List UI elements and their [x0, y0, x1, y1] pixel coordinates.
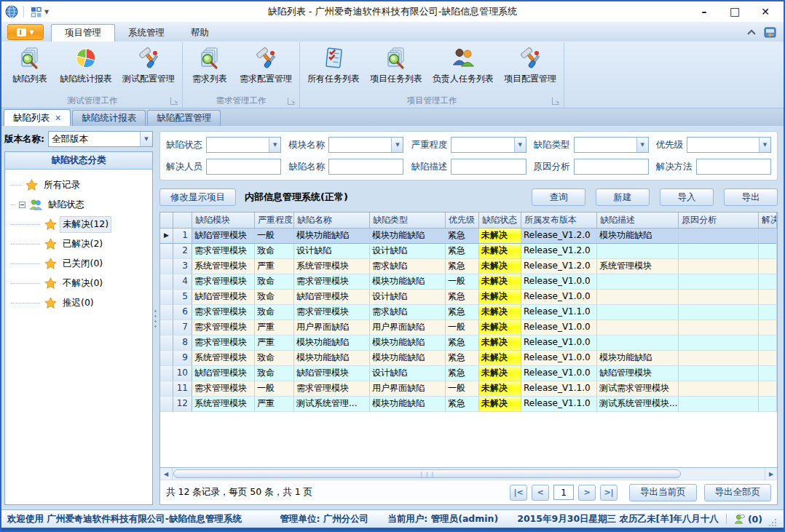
filter-label: 缺陷名称 [288, 161, 325, 173]
collapse-ribbon-icon[interactable] [746, 29, 757, 36]
document-tab-1[interactable]: 缺陷列表✕ [4, 109, 71, 126]
tree-item[interactable]: 已解决(2) [5, 234, 152, 254]
ribbon-button[interactable]: 负责人任务列表 [427, 44, 499, 85]
grid-column-header[interactable]: 解决方法 [759, 213, 777, 229]
action-button-2[interactable]: 新建 [596, 188, 650, 206]
doc-search-icon [197, 46, 222, 71]
table-row[interactable]: 5缺陷管理模块致命缺陷管理模块设计缺陷紧急未解决Release_V1.0.0 [160, 290, 777, 305]
ribbon-button[interactable]: 缺陷统计报表 [55, 44, 117, 85]
filter-dropdown[interactable]: ▼ [451, 137, 526, 153]
ribbon-button[interactable]: 需求列表 [185, 44, 234, 85]
chevron-down-icon[interactable]: ▼ [269, 138, 280, 152]
scroll-left-icon[interactable]: ◀ [160, 468, 173, 480]
table-row[interactable]: 12系统管理模块严重测试系统管理...模块功能缺陷紧急未解决Release_V1… [160, 397, 777, 412]
scrollbar-track[interactable]: ❘❘❘ [173, 468, 765, 480]
collapse-node-icon[interactable] [19, 202, 25, 208]
filter-row2-3: 缺陷描述 [411, 159, 526, 175]
ribbon-tab-1[interactable]: 项目管理 [51, 24, 115, 41]
ribbon-tab-2[interactable]: 系统管理 [115, 24, 178, 41]
row-number: 11 [173, 381, 192, 397]
scroll-right-icon[interactable]: ▶ [765, 468, 777, 480]
ribbon-button[interactable]: 需求配置管理 [234, 44, 297, 85]
grid-column-header[interactable]: 缺陷状态 [479, 213, 521, 229]
action-button-4[interactable]: 导出 [724, 188, 778, 206]
ribbon-tab-3[interactable]: 帮助 [178, 24, 222, 41]
tree-item[interactable]: 不解决(0) [5, 274, 152, 293]
dialog-launcher-icon[interactable] [552, 98, 559, 105]
help-icon[interactable] [764, 26, 776, 39]
table-row[interactable]: 4需求管理模块致命需求管理模块模块功能缺陷一般未解决Release_V1.0.0 [160, 274, 777, 290]
filter-text-input[interactable] [328, 159, 403, 175]
grid-column-header[interactable]: 优先级 [446, 213, 479, 229]
grid-cell: 一般 [446, 381, 479, 397]
table-row[interactable]: 6需求管理模块致命需求管理模块需求缺陷紧急未解决Release_V1.1.0 [160, 305, 777, 320]
maximize-button[interactable] [719, 3, 750, 20]
minimize-button[interactable] [689, 3, 719, 20]
filter-dropdown[interactable]: ▼ [574, 137, 649, 153]
action-button-1[interactable]: 查询 [532, 188, 585, 206]
dialog-launcher-icon[interactable] [288, 98, 295, 105]
table-row[interactable]: 9系统管理模块致命模块功能缺陷模块功能缺陷紧急未解决Release_V1.0.0… [160, 351, 777, 366]
grid-column-header[interactable]: 缺陷模块 [192, 213, 255, 229]
ribbon-button[interactable]: 所有任务列表 [302, 44, 365, 85]
scrollbar-thumb[interactable]: ❘❘❘ [173, 469, 681, 478]
table-row[interactable]: ▶1缺陷管理模块一般模块功能缺陷模块功能缺陷紧急未解决Release_V1.2.… [160, 229, 777, 244]
tree-item[interactable]: 推迟(0) [5, 293, 152, 313]
table-row[interactable]: 11需求管理模块一般需求管理模块用户界面缺陷一般未解决Release_V1.1.… [160, 381, 777, 397]
chevron-down-icon[interactable]: ▼ [759, 138, 770, 152]
table-row[interactable]: 7需求管理模块严重用户界面缺陷用户界面缺陷一般未解决Release_V1.0.0 [160, 320, 777, 336]
filter-text-input[interactable] [574, 159, 649, 175]
tree-item[interactable]: 未解决(12) [5, 215, 152, 234]
grid-column-header[interactable]: 所属发布版本 [521, 213, 597, 229]
resize-grip-icon[interactable] [768, 518, 778, 528]
table-row[interactable]: 8需求管理模块严重模块功能缺陷模块功能缺陷紧急未解决Release_V1.0.0 [160, 336, 777, 351]
grid-column-header[interactable]: 缺陷类型 [370, 213, 446, 229]
export-all-pages-button[interactable]: 导出全部页 [704, 484, 772, 501]
close-tab-icon[interactable]: ✕ [55, 114, 61, 123]
close-button[interactable] [750, 3, 781, 20]
filter-dropdown[interactable]: ▼ [687, 137, 771, 153]
ribbon-button[interactable]: 项目配置管理 [499, 44, 561, 85]
ribbon-button[interactable]: 项目任务列表 [365, 44, 427, 85]
messages-indicator[interactable]: (0) [734, 514, 762, 525]
grid-column-header[interactable]: 缺陷名称 [294, 213, 370, 229]
dialog-launcher-icon[interactable] [170, 98, 178, 105]
filter-dropdown[interactable]: ▼ [328, 137, 403, 153]
grid-column-header[interactable]: 缺陷描述 [597, 213, 679, 229]
action-button-3[interactable]: 导入 [660, 188, 714, 206]
grid-cell [759, 290, 777, 305]
grid-column-header[interactable]: 严重程度 [255, 213, 294, 229]
export-current-page-button[interactable]: 导出当前页 [629, 484, 697, 501]
ribbon-button[interactable]: 缺陷列表 [5, 44, 55, 85]
document-tab-3[interactable]: 缺陷配置管理 [147, 110, 221, 126]
horizontal-scrollbar[interactable]: ◀ ❘❘❘ ▶ [160, 467, 777, 480]
tree-item[interactable]: 缺陷状态 [5, 195, 152, 215]
filter-text-input[interactable] [696, 159, 771, 175]
chevron-down-icon[interactable]: ▼ [636, 138, 648, 152]
document-tab-2[interactable]: 缺陷统计报表 [72, 110, 146, 126]
filter-text-input[interactable] [206, 159, 281, 175]
chevron-down-icon[interactable]: ▼ [391, 138, 403, 152]
chevron-down-icon[interactable]: ▼ [514, 138, 526, 152]
page-number-input[interactable] [553, 485, 574, 500]
tree-item[interactable]: 所有记录 [5, 175, 152, 195]
sidebar-splitter[interactable] [153, 126, 158, 509]
filter-text-input[interactable] [451, 159, 526, 175]
prev-page-button[interactable]: < [532, 485, 549, 501]
tree-item[interactable]: 已关闭(0) [5, 254, 152, 274]
chevron-down-icon[interactable]: ▼ [140, 132, 152, 146]
quick-access-caret-icon[interactable]: ▼ [44, 9, 49, 15]
app-menu-button[interactable]: ▼ [7, 24, 44, 40]
table-row[interactable]: 3系统管理模块严重系统管理模块需求缺陷紧急未解决Release_V1.2.0系统… [160, 259, 777, 274]
table-row[interactable]: 10缺陷管理模块致命缺陷管理模块设计缺陷紧急未解决Release_V1.0.0缺… [160, 366, 777, 381]
grid-column-header[interactable]: 原因分析 [679, 213, 759, 229]
version-select[interactable]: 全部版本 ▼ [48, 131, 153, 147]
ribbon-button[interactable]: 测试配置管理 [117, 44, 180, 85]
modify-display-items-button[interactable]: 修改显示项目 [159, 188, 236, 206]
filter-dropdown[interactable]: ▼ [206, 137, 281, 153]
quick-access-grid-icon[interactable] [28, 4, 43, 19]
table-row[interactable]: 2需求管理模块致命设计缺陷设计缺陷紧急未解决Release_V1.2.0 [160, 244, 777, 259]
first-page-button[interactable]: |< [510, 485, 527, 501]
last-page-button[interactable]: >| [600, 485, 618, 501]
next-page-button[interactable]: > [578, 485, 596, 501]
